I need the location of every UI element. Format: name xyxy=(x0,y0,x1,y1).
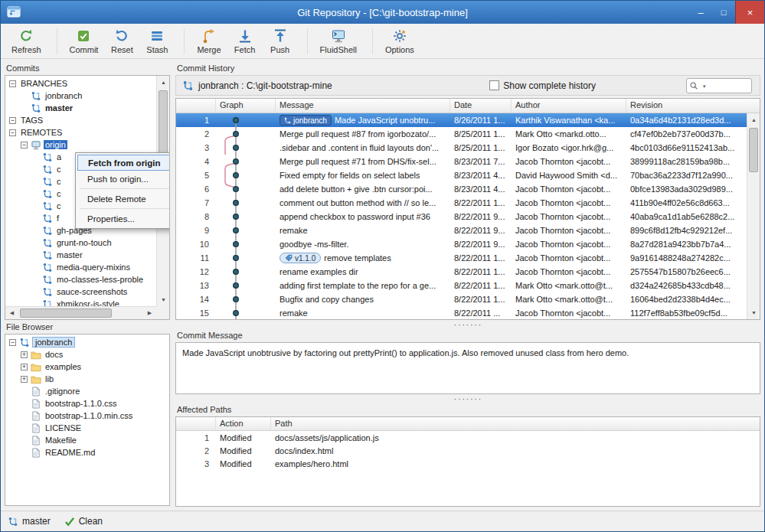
toolbar-stash-button[interactable]: Stash xyxy=(139,26,175,57)
history-column-author[interactable]: Author xyxy=(512,99,626,113)
action-cell: Modified xyxy=(216,433,271,442)
file-browser-item-lib[interactable]: +lib xyxy=(5,373,169,385)
history-vertical-scrollbar[interactable]: ▲ ▼ xyxy=(747,113,760,319)
expand-icon[interactable]: + xyxy=(21,351,28,358)
history-row-1[interactable]: 1jonbranchMade JavaScript unobtru...8/26… xyxy=(176,113,747,127)
close-button[interactable]: × xyxy=(735,1,764,24)
search-dropdown-icon[interactable]: ▾ xyxy=(703,83,706,90)
history-search[interactable]: ▾ xyxy=(686,78,752,93)
toolbar-commit-button[interactable]: Commit xyxy=(64,26,105,57)
expand-icon[interactable]: + xyxy=(21,376,28,383)
history-row-2[interactable]: 2Merge pull request #87 from igorbozato/… xyxy=(176,127,747,141)
commits-tree-item-xhmikosr-js-style[interactable]: xhmikosr-js-style xyxy=(5,298,156,306)
history-row-13[interactable]: 13adding first template to the repo for … xyxy=(176,279,747,292)
history-row-15[interactable]: 15remake8/22/2011 ...Jacob Thornton <jac… xyxy=(176,306,747,319)
history-row-4[interactable]: 4Merge pull request #71 from DHS/fix-sel… xyxy=(176,155,747,168)
scroll-down-arrow[interactable]: ▼ xyxy=(157,293,170,306)
commits-tree-item-jonbranch[interactable]: jonbranch xyxy=(5,90,156,102)
collapse-icon[interactable]: − xyxy=(9,117,16,124)
paths-column-row-number[interactable] xyxy=(176,417,216,430)
author-cell: Jacob Thornton <jacobt... xyxy=(512,226,626,235)
history-row-9[interactable]: 9remake8/22/2011 9...Jacob Thornton <jac… xyxy=(176,224,747,237)
horizontal-splitter[interactable] xyxy=(175,394,760,403)
history-row-12[interactable]: 12rename examples dir8/22/2011 1...Jacob… xyxy=(176,265,747,279)
toolbar-button-label: Stash xyxy=(146,45,168,54)
context-menu-item-delete-remote[interactable]: Delete Remote xyxy=(77,191,170,207)
history-search-input[interactable] xyxy=(708,81,749,90)
paths-column-action[interactable]: Action xyxy=(216,417,271,430)
commits-tree-item-tags[interactable]: −TAGS xyxy=(5,114,156,126)
history-row-5[interactable]: 5Fixed empty for fields on select labels… xyxy=(176,168,747,182)
affected-path-row-1[interactable]: 1Modifieddocs/assets/js/application.js xyxy=(176,431,760,444)
commits-tree-item-origin[interactable]: −origin xyxy=(5,139,156,151)
show-complete-history-checkbox[interactable]: Show complete history xyxy=(489,80,596,91)
expand-icon[interactable]: + xyxy=(21,364,28,370)
history-column-revision[interactable]: Revision xyxy=(626,99,760,113)
message-text: Merge pull request #87 from igorbozato/.… xyxy=(280,129,436,139)
history-row-11[interactable]: 11v1.1.0remove templates8/22/2011 1...Ja… xyxy=(176,251,747,265)
file-browser-item-docs[interactable]: +docs xyxy=(5,348,169,361)
scroll-right-arrow[interactable]: ▶ xyxy=(143,307,156,320)
file-browser-item-gitignore[interactable]: .gitignore xyxy=(5,385,169,397)
history-column-graph[interactable]: Graph xyxy=(216,99,276,113)
scroll-down-arrow[interactable]: ▼ xyxy=(747,306,760,319)
history-row-14[interactable]: 14Bugfix and copy changes8/22/2011 1...M… xyxy=(176,292,747,306)
scroll-up-arrow[interactable]: ▲ xyxy=(157,76,170,89)
scroll-left-arrow[interactable]: ◀ xyxy=(5,307,18,320)
paths-column-path[interactable]: Path xyxy=(271,417,760,430)
scroll-thumb[interactable] xyxy=(20,308,112,318)
history-row-6[interactable]: 6add delete button + give .btn cursor:po… xyxy=(176,182,747,196)
commits-tree-item-remotes[interactable]: −REMOTES xyxy=(5,126,156,139)
date-cell: 8/22/2011 9... xyxy=(450,226,512,235)
toolbar-merge-button[interactable]: Merge xyxy=(191,26,227,57)
commits-tree-item-master[interactable]: master xyxy=(5,102,156,114)
history-row-8[interactable]: 8append checkbox to password input #368/… xyxy=(176,210,747,224)
affected-path-row-2[interactable]: 2Modifieddocs/index.html xyxy=(176,444,760,457)
file-browser-item-examples[interactable]: +examples xyxy=(5,361,169,373)
toolbar-options-button[interactable]: Options xyxy=(379,26,420,57)
toolbar-reset-button[interactable]: Reset xyxy=(104,26,139,57)
collapse-icon[interactable]: − xyxy=(9,129,16,136)
file-browser-item-readme-md[interactable]: README.md xyxy=(5,446,169,459)
toolbar-fetch-button[interactable]: Fetch xyxy=(227,26,263,57)
file-browser-item-jonbranch[interactable]: −jonbranch xyxy=(5,336,169,348)
history-row-10[interactable]: 10goodbye -ms-filter.8/22/2011 9...Jacob… xyxy=(176,237,747,251)
branch-icon xyxy=(42,263,53,273)
scroll-thumb[interactable] xyxy=(749,128,758,172)
maximize-button[interactable]: □ xyxy=(712,1,735,24)
file-browser-item-license[interactable]: LICENSE xyxy=(5,422,169,434)
commits-tree-item-media-query-mixins[interactable]: media-query-mixins xyxy=(5,261,156,273)
file-browser-item-makefile[interactable]: Makefile xyxy=(5,434,169,446)
affected-paths-table: ActionPath 1Modifieddocs/assets/js/appli… xyxy=(175,416,760,507)
commits-tree-item-mo-classes-less-proble[interactable]: mo-classes-less-proble xyxy=(5,273,156,286)
commit-graph-cell xyxy=(216,127,276,141)
context-menu-item-push-to-origin[interactable]: Push to origin... xyxy=(77,171,170,187)
collapse-icon[interactable]: − xyxy=(21,142,28,149)
commits-tree-item-sauce-screenshots[interactable]: sauce-screenshots xyxy=(5,286,156,298)
minimize-button[interactable]: – xyxy=(689,1,712,24)
context-menu-item-properties[interactable]: Properties... xyxy=(77,211,170,227)
commits-tree-item-branches[interactable]: −BRANCHES xyxy=(5,77,156,90)
toolbar-fluidshell-button[interactable]: FluidShell xyxy=(314,26,363,57)
history-column-message[interactable]: Message xyxy=(276,99,450,113)
commits-horizontal-scrollbar[interactable]: ◀ ▶ xyxy=(5,306,156,319)
history-row-7[interactable]: 7comment out button method with // so le… xyxy=(176,196,747,210)
collapse-icon[interactable]: − xyxy=(9,80,16,87)
commits-tree-item-grunt-no-touch[interactable]: grunt-no-touch xyxy=(5,237,156,249)
toolbar-refresh-button[interactable]: Refresh xyxy=(5,26,47,57)
history-column-row-number[interactable] xyxy=(176,99,216,113)
file-browser-item-bootstrap-1-1-0-min-css[interactable]: bootstrap-1.1.0.min.css xyxy=(5,410,169,422)
file-browser-item-bootstrap-1-1-0-css[interactable]: bootstrap-1.1.0.css xyxy=(5,397,169,410)
affected-path-row-3[interactable]: 3Modifiedexamples/hero.html xyxy=(176,457,760,470)
commits-tree-item-master[interactable]: master xyxy=(5,249,156,261)
history-row-3[interactable]: 3.sidebar and .content in fluid layouts … xyxy=(176,141,747,155)
scroll-thumb[interactable] xyxy=(159,90,168,158)
history-column-date[interactable]: Date xyxy=(450,99,512,113)
context-menu-item-fetch-from-origin[interactable]: Fetch from origin xyxy=(77,155,170,171)
collapse-icon[interactable]: − xyxy=(9,339,16,346)
scroll-up-arrow[interactable]: ▲ xyxy=(747,113,760,126)
horizontal-splitter[interactable] xyxy=(175,320,760,328)
toolbar-push-button[interactable]: Push xyxy=(263,26,298,57)
checkbox-box[interactable] xyxy=(489,80,499,90)
branch-icon xyxy=(42,275,53,285)
